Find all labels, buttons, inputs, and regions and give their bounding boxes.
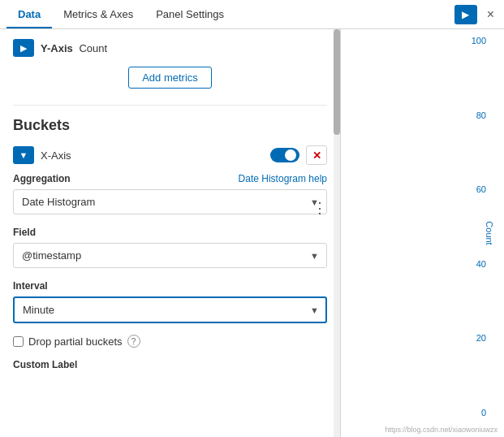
y-axis-expand-button[interactable]: ▶	[13, 39, 34, 57]
x-axis-row: ▼ X-Axis ✕	[13, 145, 327, 165]
left-panel: ▶ Y-Axis Count Add metrics Buckets ▼ X-A…	[0, 29, 341, 437]
interval-select-wrapper: Minute Hourly Daily Weekly Monthly Yearl…	[13, 296, 327, 323]
section-divider	[13, 105, 327, 106]
close-icon: ×	[487, 7, 494, 21]
aggregation-help-link[interactable]: Date Histogram help	[239, 173, 327, 184]
chart-y-label-100: 100	[472, 36, 486, 45]
watermark: https://blog.csdn.net/xiaowoniuwzx	[385, 426, 498, 434]
aggregation-select-wrapper: Date Histogram Range Terms Filters Signi…	[13, 189, 327, 214]
aggregation-select[interactable]: Date Histogram Range Terms Filters Signi…	[13, 189, 327, 214]
tab-metrics-axes[interactable]: Metrics & Axes	[52, 2, 144, 28]
y-axis-label: Y-Axis Count	[41, 42, 107, 54]
chart-y-title: Count	[484, 221, 493, 244]
toggle-slider	[270, 148, 299, 162]
tab-bar: Data Metrics & Axes Panel Settings ▶ ×	[0, 0, 504, 29]
delete-icon: ✕	[312, 149, 321, 162]
scroll-track	[334, 29, 340, 437]
y-axis-header: ▶ Y-Axis Count	[13, 39, 327, 57]
drop-partial-help-icon[interactable]: ?	[127, 335, 140, 348]
close-button[interactable]: ×	[484, 7, 498, 22]
aggregation-label: Aggregation	[13, 173, 71, 184]
x-axis-expand-icon: ▼	[19, 150, 28, 160]
run-button[interactable]: ▶	[454, 5, 477, 24]
right-panel: 100 80 60 40 20 0 Count https://blog.csd…	[341, 29, 504, 437]
x-axis-toggle-switch[interactable]	[270, 148, 299, 162]
main-layout: ▶ Y-Axis Count Add metrics Buckets ▼ X-A…	[0, 29, 504, 437]
x-axis-expand-button[interactable]: ▼	[13, 146, 34, 164]
scroll-thumb	[334, 29, 340, 135]
options-button[interactable]: ⋮	[311, 196, 330, 220]
x-axis-delete-button[interactable]: ✕	[306, 145, 327, 165]
field-label: Field	[13, 227, 36, 238]
buckets-title: Buckets	[13, 117, 327, 134]
interval-label: Interval	[13, 280, 48, 292]
drop-partial-checkbox[interactable]	[13, 336, 24, 347]
drop-partial-row: Drop partial buckets ?	[13, 335, 327, 348]
field-select[interactable]: @timestamp _id _index _score _type	[13, 243, 327, 268]
chart-y-label-80: 80	[476, 110, 486, 120]
custom-label-title: Custom Label	[13, 359, 327, 370]
tab-panel-settings[interactable]: Panel Settings	[144, 2, 235, 28]
chart-y-label-40: 40	[476, 259, 486, 269]
field-select-wrapper: @timestamp _id _index _score _type ▼	[13, 243, 327, 268]
y-axis-expand-icon: ▶	[20, 43, 27, 54]
drop-partial-label: Drop partial buckets	[28, 335, 123, 348]
run-icon: ▶	[462, 9, 469, 20]
aggregation-row: Aggregation Date Histogram help	[13, 173, 327, 184]
chart-y-label-0: 0	[481, 408, 486, 418]
add-metrics-container: Add metrics	[13, 67, 327, 89]
x-axis-label: X-Axis	[41, 149, 270, 162]
tab-data[interactable]: Data	[6, 2, 52, 28]
interval-select[interactable]: Minute Hourly Daily Weekly Monthly Yearl…	[13, 296, 327, 323]
chart-y-label-20: 20	[476, 333, 486, 343]
chart-y-label-60: 60	[476, 184, 486, 194]
add-metrics-button[interactable]: Add metrics	[128, 67, 212, 89]
